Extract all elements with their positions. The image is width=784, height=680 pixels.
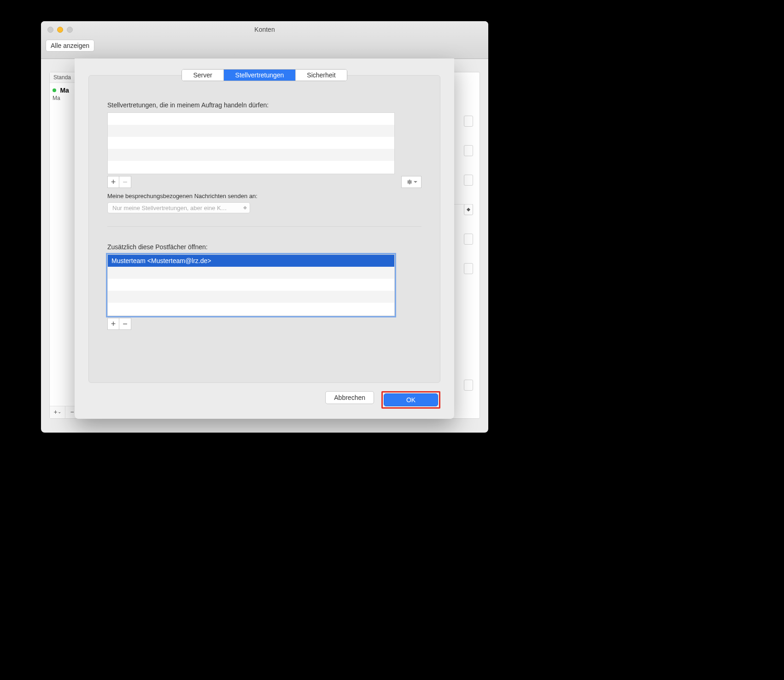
list-row[interactable] — [108, 267, 394, 279]
show-all-button[interactable]: Alle anzeigen — [46, 40, 94, 52]
popup-value: Nur meine Stellvertretungen, aber eine K… — [112, 205, 227, 211]
tab-security[interactable]: Sicherheit — [296, 70, 347, 81]
list-row[interactable] — [108, 137, 394, 149]
account-subtext: Ma — [53, 95, 75, 101]
tab-bar: Server Stellvertretungen Sicherheit — [181, 69, 347, 81]
bg-field[interactable] — [464, 380, 473, 391]
add-mailbox-button[interactable]: + — [107, 318, 119, 330]
sidebar-section-header: Standa — [50, 72, 78, 83]
list-row[interactable] — [108, 279, 394, 291]
sheet-content: Server Stellvertretungen Sicherheit Stel… — [88, 75, 440, 383]
bg-field[interactable] — [464, 234, 473, 245]
tab-delegates[interactable]: Stellvertretungen — [224, 70, 296, 81]
background-fields — [464, 116, 473, 274]
remove-mailbox-button[interactable]: − — [119, 318, 131, 330]
delegates-add-remove: + − — [107, 176, 131, 188]
send-meeting-popup[interactable]: Nur meine Stellvertretungen, aber eine K… — [107, 202, 250, 213]
delegates-sheet: Server Stellvertretungen Sicherheit Stel… — [75, 59, 454, 419]
delegates-heading: Stellvertretungen, die in meinem Auftrag… — [107, 101, 421, 109]
add-account-button[interactable]: +⌄ — [50, 406, 65, 418]
chevron-down-icon — [414, 181, 417, 185]
tab-server[interactable]: Server — [182, 70, 224, 81]
ok-highlight: OK — [381, 391, 440, 409]
account-row[interactable]: Ma Ma — [50, 83, 78, 104]
delegate-options-button[interactable] — [401, 176, 421, 188]
window-title: Konten — [41, 26, 488, 33]
cancel-button[interactable]: Abbrechen — [325, 391, 374, 404]
mailboxes-list[interactable]: Musterteam <Musterteam@lrz.de> — [107, 254, 395, 316]
popup-stepper-icon — [242, 204, 248, 211]
bg-stepper[interactable] — [464, 204, 473, 215]
bg-field[interactable] — [464, 175, 473, 186]
list-row[interactable] — [108, 303, 394, 315]
delegates-list[interactable] — [107, 112, 395, 174]
add-delegate-button[interactable]: + — [107, 176, 119, 188]
bg-field[interactable] — [464, 145, 473, 156]
sheet-footer: Abbrechen OK — [88, 391, 440, 409]
list-row[interactable] — [108, 149, 394, 161]
remove-delegate-button[interactable]: − — [119, 176, 131, 188]
list-row[interactable]: Musterteam <Musterteam@lrz.de> — [108, 255, 394, 267]
accounts-sidebar: Standa Ma Ma +⌄ − — [50, 72, 78, 418]
mailboxes-add-remove: + − — [107, 318, 131, 330]
list-row[interactable] — [108, 113, 394, 125]
list-row[interactable] — [108, 291, 394, 303]
bg-field[interactable] — [464, 263, 473, 274]
list-row[interactable] — [108, 161, 394, 173]
status-dot-icon — [53, 88, 56, 92]
mailboxes-heading: Zusätzlich diese Postfächer öffnen: — [107, 243, 421, 251]
gear-icon — [406, 179, 412, 185]
titlebar: Konten Alle anzeigen — [41, 21, 488, 59]
ok-button[interactable]: OK — [384, 393, 438, 406]
list-row[interactable] — [108, 125, 394, 137]
section-divider — [107, 226, 421, 227]
send-meeting-label: Meine besprechungsbezogenen Nachrichten … — [107, 193, 421, 199]
bg-field[interactable] — [464, 116, 473, 127]
account-name: Ma — [60, 87, 69, 94]
